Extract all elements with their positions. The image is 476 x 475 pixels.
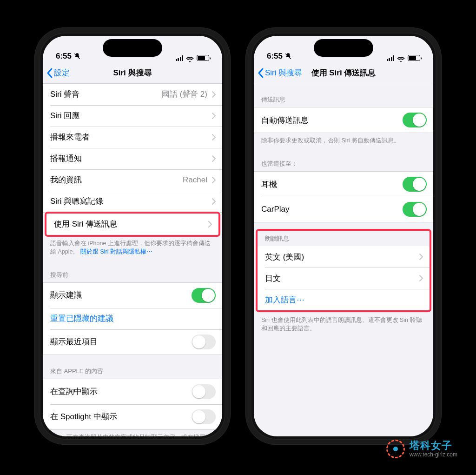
watermark-logo-icon [386, 440, 405, 458]
toggle-headphones[interactable] [403, 177, 427, 192]
row-add-language[interactable]: 加入語言⋯ [258, 289, 430, 310]
row-auto-send-messages[interactable]: 自動傳送訊息 [254, 107, 433, 133]
screen-right: 6:55 Siri 與搜尋 使用 Sir [254, 36, 433, 436]
content-left: Siri 聲音 國語 (聲音 2) Siri 回應 播報來電者 [43, 83, 222, 436]
chevron-right-icon [212, 113, 216, 119]
screen-left: 6:55 設定 Siri 與搜尋 [43, 36, 222, 436]
group3-header: 朗讀訊息 [258, 231, 430, 246]
group3-header: 來自 APPLE 的內容 [43, 359, 222, 379]
row-language-ja[interactable]: 日文 [258, 268, 430, 289]
row-siri-dictation-history[interactable]: Siri 與聽寫記錄 [43, 191, 222, 212]
group-read-messages: 朗讀訊息 英文 (美國) 日文 加入語言⋯ [258, 231, 430, 310]
group-also-connected: 也當連接至： 耳機 CarPlay [254, 151, 433, 222]
dynamic-island [314, 39, 373, 57]
highlight-send-messages: 使用 Siri 傳送訊息 [45, 212, 220, 237]
row-reset-hidden-suggestions[interactable]: 重置已隱藏的建議 [43, 308, 222, 329]
group2-header: 也當連接至： [254, 151, 433, 171]
back-label: 設定 [54, 67, 70, 78]
toggle-show-in-spotlight[interactable] [192, 409, 216, 424]
group1-footer: 除非你要求更改或取消，否則 Siri 將自動傳送訊息。 [254, 133, 433, 147]
row-show-suggestions[interactable]: 顯示建議 [43, 283, 222, 308]
row-show-in-spotlight[interactable]: 在 Spotlight 中顯示 [43, 404, 222, 429]
chevron-right-icon [419, 275, 423, 281]
group2-header: 搜尋前 [43, 262, 222, 282]
back-button-settings[interactable]: 設定 [46, 63, 70, 83]
row-my-info[interactable]: 我的資訊 Rachel [43, 169, 222, 191]
cell-signal-icon [176, 55, 184, 61]
group1-footer: 語音輸入會在 iPhone 上進行處理，但你要求的逐字稿會傳送給 Apple。 … [43, 236, 222, 259]
dynamic-island [103, 39, 162, 57]
group1-header: 傳送訊息 [254, 87, 433, 107]
highlight-read-messages-languages: 朗讀訊息 英文 (美國) 日文 加入語言⋯ [256, 229, 431, 312]
iphone-frame-left: 6:55 設定 Siri 與搜尋 [35, 28, 230, 444]
wifi-icon [397, 55, 405, 61]
toggle-auto-send[interactable] [403, 113, 427, 127]
toggle-show-recents[interactable] [192, 335, 216, 349]
toggle-carplay[interactable] [403, 202, 427, 217]
group3-footer: Siri 也會使用此列表中的語言朗讀訊息。這不會更改 Siri 聆聽和回應的主要… [254, 311, 433, 335]
group3-footer: Apple 可在查詢照片中的文字或物品時顯示內容，或在搜尋時顯示內容。 關於 S… [43, 430, 222, 436]
chevron-right-icon [212, 155, 216, 162]
iphone-frame-right: 6:55 Siri 與搜尋 使用 Sir [246, 28, 441, 444]
group-send-messages: 傳送訊息 自動傳送訊息 除非你要求更改或取消，否則 Siri 將自動傳送訊息。 [254, 87, 433, 147]
watermark-url: www.tech-girlz.com [410, 452, 457, 458]
privacy-link-siri[interactable]: 關於跟 Siri 對話與隱私權⋯ [80, 248, 152, 255]
row-headphones[interactable]: 耳機 [254, 172, 433, 197]
chevron-right-icon [212, 91, 216, 98]
battery-icon [408, 55, 420, 61]
bell-slash-icon [73, 53, 81, 60]
row-carplay[interactable]: CarPlay [254, 197, 433, 222]
bell-slash-icon [284, 53, 292, 60]
content-right: 傳送訊息 自動傳送訊息 除非你要求更改或取消，否則 Siri 將自動傳送訊息。 … [254, 83, 433, 436]
row-siri-voice[interactable]: Siri 聲音 國語 (聲音 2) [43, 84, 222, 105]
battery-icon [197, 55, 209, 61]
row-announce-notifications[interactable]: 播報通知 [43, 148, 222, 169]
nav-bar: 設定 Siri 與搜尋 [43, 63, 222, 83]
chevron-right-icon [419, 254, 423, 260]
chevron-right-icon [208, 221, 212, 227]
row-announce-callers[interactable]: 播報來電者 [43, 127, 222, 148]
wifi-icon [186, 55, 194, 61]
row-language-en-us[interactable]: 英文 (美國) [258, 246, 430, 268]
nav-bar: Siri 與搜尋 使用 Siri 傳送訊息 [254, 63, 433, 83]
group-before-search: 搜尋前 顯示建議 重置已隱藏的建議 顯示最近項目 [43, 262, 222, 355]
page-title: Siri 與搜尋 [113, 67, 152, 78]
watermark-brand: 塔科女子 [410, 440, 457, 451]
chevron-right-icon [212, 198, 216, 205]
group-apple-content: 來自 APPLE 的內容 在查詢中顯示 在 Spotlight 中顯示 Appl… [43, 359, 222, 436]
cell-signal-icon [387, 55, 395, 61]
chevron-right-icon [212, 177, 216, 183]
watermark: 塔科女子 www.tech-girlz.com [386, 440, 457, 458]
chevron-right-icon [212, 134, 216, 140]
row-show-in-lookup[interactable]: 在查詢中顯示 [43, 379, 222, 404]
toggle-show-in-lookup[interactable] [192, 384, 216, 399]
group-siri-basic: Siri 聲音 國語 (聲音 2) Siri 回應 播報來電者 [43, 83, 222, 259]
row-siri-responses[interactable]: Siri 回應 [43, 105, 222, 127]
page-title: 使用 Siri 傳送訊息 [311, 67, 376, 78]
status-time: 6:55 [267, 52, 283, 61]
row-send-messages-with-siri[interactable]: 使用 Siri 傳送訊息 [46, 214, 218, 235]
status-time: 6:55 [56, 52, 72, 61]
row-show-recents[interactable]: 顯示最近項目 [43, 329, 222, 355]
toggle-show-suggestions[interactable] [192, 288, 216, 303]
back-label: Siri 與搜尋 [265, 67, 302, 78]
back-button-siri-search[interactable]: Siri 與搜尋 [258, 63, 302, 83]
